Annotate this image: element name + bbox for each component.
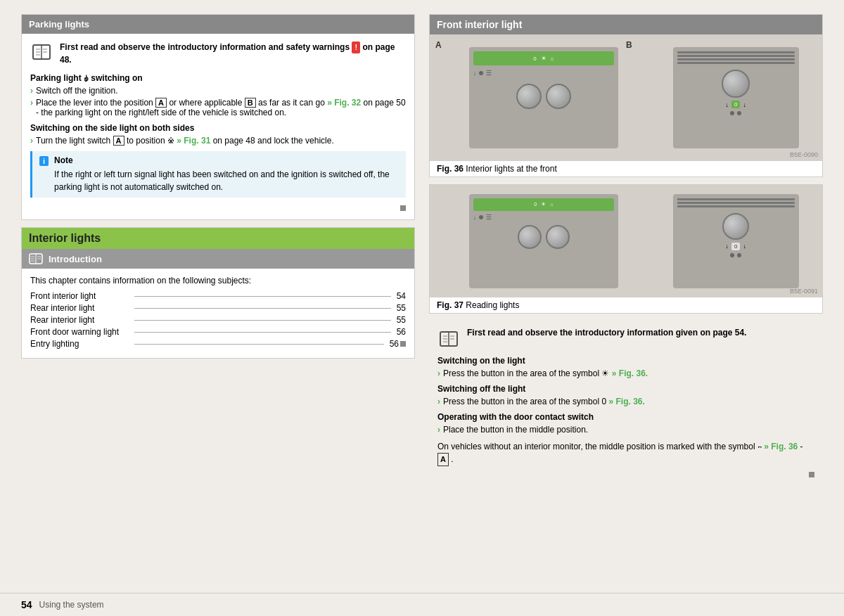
reading-light-warning: First read and observe the introductory … <box>437 328 814 350</box>
note-box: i Note If the right or left turn signal … <box>30 151 406 198</box>
interior-lights-section: Interior lights Introduction This chapte… <box>21 227 415 359</box>
toc-item-5: Entry lighting 56 <box>30 339 406 349</box>
book-icon-right <box>437 328 460 350</box>
door-step: Place the button in the middle position. <box>437 425 814 435</box>
interior-lights-header: Interior lights <box>22 228 414 249</box>
toc-item-3: Rear interior light 55 <box>30 315 406 325</box>
left-column: Parking lights <box>21 14 415 579</box>
fig-37-caption: Fig. 37 Reading lights <box>430 297 822 313</box>
toc-list: Front interior light 54 Rear interior li… <box>30 291 406 349</box>
fig-36-image: A B 0 ☀ ⌂ ↓ ☰ <box>430 34 822 161</box>
parking-content: First read and observe the introductory … <box>22 34 414 219</box>
right-intro-text: First read and observe the introductory … <box>467 328 746 338</box>
label-b: B <box>626 40 632 50</box>
step-1: Switch off the ignition. <box>30 86 406 96</box>
bse-0090-label: B5E-0090 <box>790 151 818 158</box>
extra-text: On vehicles without an interior monitor,… <box>437 440 814 466</box>
step-2: Place the lever into the position A or w… <box>30 98 406 117</box>
fig-37-section: 0 ☀ ⌂ ↓ ☰ <box>429 184 823 314</box>
red-badge: ! <box>352 41 360 53</box>
switch-on-heading: Switching on the light <box>437 356 814 366</box>
info-icon: i <box>39 156 49 166</box>
switch-off-heading: Switching off the light <box>437 384 814 394</box>
page-content: Parking lights <box>0 0 844 593</box>
note-text: If the right or left turn signal light h… <box>54 168 399 193</box>
toc-item-1: Front interior light 54 <box>30 291 406 301</box>
warning-text: First read and observe the introductory … <box>60 41 406 66</box>
footer-section-label: Using the system <box>39 600 104 610</box>
fig-36-caption: Fig. 36 Interior lights at the front <box>430 161 822 177</box>
side-light-step: Turn the light switch A to position ※ » … <box>30 136 406 146</box>
page-number: 54 <box>21 599 32 610</box>
intro-content: This chapter contains information on the… <box>22 269 414 358</box>
front-light-header: Front interior light <box>430 15 822 34</box>
toc-item-4: Front door warning light 56 <box>30 327 406 337</box>
switch-on-step: Press the button in the area of the symb… <box>437 368 814 378</box>
parking-lights-header: Parking lights <box>22 15 414 34</box>
side-light-heading: Switching on the side light on both side… <box>30 123 406 133</box>
switch-off-step: Press the button in the area of the symb… <box>437 397 814 406</box>
intro-header: Introduction <box>22 249 414 269</box>
parking-lights-section: Parking lights <box>21 14 415 220</box>
right-column: Front interior light A B 0 ☀ ⌂ ↓ <box>429 14 823 579</box>
book-icon <box>30 41 53 63</box>
fig-37-image: 0 ☀ ⌂ ↓ ☰ <box>430 185 822 297</box>
warning-box: First read and observe the introductory … <box>30 41 406 66</box>
front-interior-light-section: Front interior light A B 0 ☀ ⌂ ↓ <box>429 14 823 177</box>
right-main-content: First read and observe the introductory … <box>429 321 823 487</box>
label-a: A <box>435 40 442 50</box>
toc-item-2: Rear interior light 55 <box>30 303 406 313</box>
intro-text: This chapter contains information on the… <box>30 276 406 285</box>
door-heading: Operating with the door contact switch <box>437 412 814 422</box>
note-heading: Note <box>54 155 399 165</box>
bse-0091-label: B5E-0091 <box>790 288 818 295</box>
parking-on-heading: Parking light ꞗ switching on <box>30 73 406 83</box>
page-footer: 54 Using the system <box>0 593 844 616</box>
